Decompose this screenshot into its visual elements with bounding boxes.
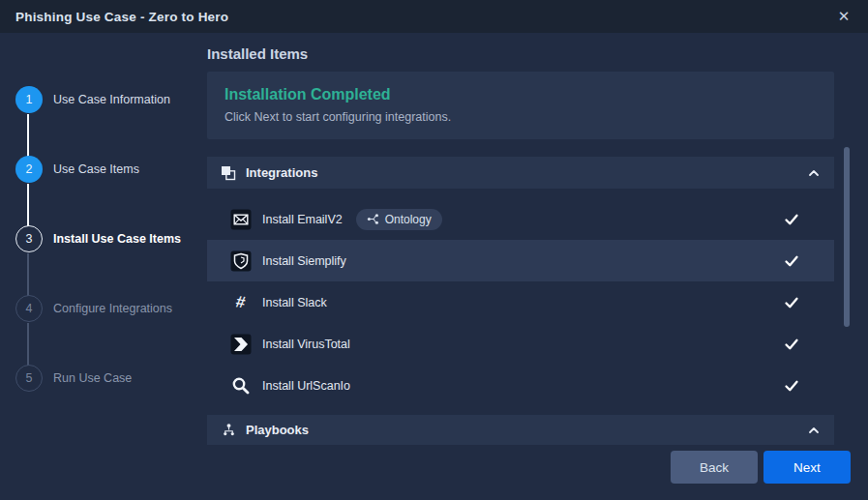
- list-item-install-urlscanio[interactable]: Install UrlScanIo: [207, 365, 834, 406]
- step-number-badge: 1: [15, 86, 43, 113]
- section-label: Playbooks: [246, 423, 309, 437]
- check-icon: [784, 212, 799, 227]
- scrollbar-thumb[interactable]: [844, 147, 850, 327]
- wizard-stepper: 1 Use Case Information 2 Use Case Items …: [0, 33, 207, 500]
- step-connector: [27, 114, 29, 157]
- step-configure-integrations[interactable]: 4 Configure Integrations: [15, 295, 172, 322]
- list-item-label: Install EmailV2: [262, 213, 343, 226]
- banner-message: Click Next to start configuring integrat…: [224, 110, 834, 124]
- playbooks-icon: [221, 420, 236, 441]
- list-item-label: Install UrlScanIo: [262, 379, 350, 393]
- check-icon: [784, 337, 799, 352]
- playbooks-section-header[interactable]: Playbooks: [207, 415, 834, 445]
- step-number-badge: 4: [15, 295, 43, 322]
- step-label: Run Use Case: [53, 371, 132, 385]
- modal-titlebar: Phishing Use Case - Zero to Hero ✕: [0, 0, 868, 33]
- check-icon: [784, 295, 799, 310]
- step-number-badge: 5: [15, 365, 43, 392]
- step-number-badge: 3: [15, 225, 43, 252]
- banner-title: Installation Completed: [224, 86, 834, 103]
- list-item-label: Install VirusTotal: [262, 338, 350, 351]
- step-number-badge: 2: [15, 156, 43, 183]
- step-label: Use Case Information: [53, 93, 170, 106]
- list-item-install-slack[interactable]: # Install Slack: [207, 281, 834, 323]
- list-item-install-virustotal[interactable]: Install VirusTotal: [207, 323, 834, 365]
- list-item-install-siemplify[interactable]: Install Siemplify: [207, 240, 834, 281]
- integrations-list: Install EmailV2 Ontology Install Siempl: [207, 198, 834, 406]
- step-label: Configure Integrations: [53, 302, 172, 315]
- badge-label: Ontology: [385, 213, 432, 226]
- virustotal-icon: [230, 334, 252, 355]
- step-label: Use Case Items: [53, 162, 139, 176]
- close-icon[interactable]: ✕: [829, 0, 858, 33]
- step-label: Install Use Case Items: [53, 232, 181, 246]
- step-connector: [27, 184, 29, 226]
- ontology-badge[interactable]: Ontology: [356, 209, 442, 230]
- step-run-use-case[interactable]: 5 Run Use Case: [15, 365, 132, 392]
- next-button[interactable]: Next: [763, 451, 851, 484]
- search-icon: [230, 375, 252, 397]
- list-item-install-emailv2[interactable]: Install EmailV2 Ontology: [207, 198, 834, 240]
- chevron-up-icon[interactable]: [807, 424, 821, 437]
- integrations-section-header[interactable]: Integrations: [207, 157, 834, 189]
- back-button[interactable]: Back: [671, 451, 758, 484]
- installation-status-banner: Installation Completed Click Next to sta…: [207, 72, 834, 139]
- page-title: Installed Items: [207, 45, 308, 62]
- step-use-case-information[interactable]: 1 Use Case Information: [15, 86, 170, 113]
- step-use-case-items[interactable]: 2 Use Case Items: [15, 156, 139, 183]
- check-icon: [784, 253, 799, 269]
- email-icon: [230, 209, 252, 230]
- integrations-icon: [221, 162, 236, 184]
- siemplify-shield-icon: [230, 250, 252, 272]
- slack-icon: #: [230, 292, 252, 313]
- modal-title: Phishing Use Case - Zero to Hero: [15, 10, 228, 24]
- check-icon: [784, 378, 799, 394]
- step-connector: [27, 323, 29, 366]
- chevron-up-icon[interactable]: [807, 166, 821, 180]
- step-install-use-case-items[interactable]: 3 Install Use Case Items: [15, 225, 181, 252]
- list-item-label: Install Slack: [262, 296, 327, 309]
- step-connector: [27, 253, 29, 296]
- section-label: Integrations: [246, 165, 317, 180]
- branch-icon: [367, 213, 379, 225]
- list-item-label: Install Siemplify: [262, 254, 346, 268]
